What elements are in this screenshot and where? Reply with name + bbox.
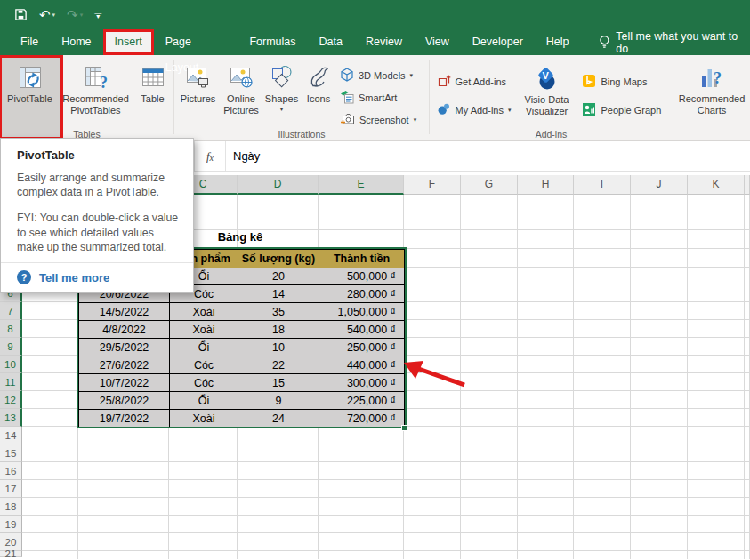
gridline (22, 479, 750, 480)
cell-E13[interactable]: 720,000 ₫ (319, 410, 405, 428)
cell-D10[interactable]: 22 (238, 356, 319, 374)
tell-me-more-link[interactable]: Tell me more (39, 271, 109, 284)
cell-E7[interactable]: 1,050,000 ₫ (319, 303, 405, 321)
tab-page-layout[interactable]: Page Layout (154, 29, 238, 55)
cell-D13[interactable]: 24 (238, 410, 319, 428)
people-graph-icon (582, 102, 596, 118)
cell-C7[interactable]: Xoài (170, 303, 238, 321)
smartart-button[interactable]: SmartArt (337, 86, 426, 108)
cell-D9[interactable]: 10 (238, 339, 319, 356)
row-header-12[interactable]: 12 (0, 391, 22, 409)
get-add-ins-button[interactable]: Get Add-ins (434, 70, 514, 92)
cell-D6[interactable]: 14 (238, 285, 319, 303)
tab-home[interactable]: Home (50, 29, 102, 55)
tab-formulas[interactable]: Formulas (238, 29, 307, 55)
cell-B8[interactable]: 4/8/2022 (79, 321, 170, 339)
column-header-d[interactable]: D (238, 175, 319, 195)
row-header-14[interactable]: 14 (0, 427, 22, 444)
recommended-pivottables-button[interactable]: ? Recommended PivotTables (60, 58, 133, 138)
cell-E9[interactable]: 250,000 ₫ (319, 339, 405, 356)
table-row: 14/5/2022Xoài351,050,000 ₫ (79, 303, 405, 321)
3d-models-button[interactable]: 3D Models ▾ (337, 64, 426, 86)
cell-C8[interactable]: Xoài (170, 321, 238, 339)
cell-E8[interactable]: 540,000 ₫ (319, 321, 405, 339)
column-header-h[interactable]: H (518, 175, 574, 195)
cell-D11[interactable]: 15 (238, 374, 319, 392)
lightbulb-icon (599, 35, 610, 50)
column-header-k[interactable]: K (688, 175, 745, 195)
customize-quick-access-toolbar-icon[interactable]: —▾ (94, 12, 101, 19)
row-header-18[interactable]: 18 (0, 498, 22, 516)
column-header-g[interactable]: G (461, 175, 518, 195)
gridline (22, 550, 750, 551)
cell-D7[interactable]: 35 (238, 303, 319, 321)
undo-icon[interactable]: ↶▾ (39, 8, 55, 21)
cell-D12[interactable]: 9 (238, 392, 319, 410)
visio-data-visualizer-button[interactable]: V Visio Data Visualizer (513, 58, 579, 138)
fill-handle[interactable] (401, 425, 407, 431)
online-pictures-button[interactable]: Online Pictures (219, 58, 263, 138)
cell-E12[interactable]: 225,000 ₫ (319, 392, 405, 410)
column-header-j[interactable]: J (631, 175, 688, 195)
cell-E5[interactable]: 500,000 ₫ (319, 268, 405, 285)
row-header-21[interactable]: 21 (0, 551, 22, 557)
cell-C9[interactable]: Ổi (170, 339, 238, 356)
row-header-7[interactable]: 7 (0, 302, 22, 320)
tab-developer[interactable]: Developer (461, 29, 535, 55)
column-header-f[interactable]: F (404, 175, 461, 195)
cell-C12[interactable]: Ổi (170, 392, 238, 410)
cell-B13[interactable]: 19/7/2022 (79, 410, 170, 428)
column-header-i[interactable]: I (574, 175, 631, 195)
tell-me-search[interactable]: Tell me what you want to do (599, 29, 750, 55)
undo-dropdown-icon[interactable]: ▾ (52, 12, 56, 18)
row-header-10[interactable]: 10 (0, 356, 22, 373)
shapes-button[interactable]: Shapes ▾ (263, 58, 300, 138)
formula-bar-value[interactable]: Ngày (233, 141, 260, 171)
cell-B7[interactable]: 14/5/2022 (79, 303, 170, 321)
row-header-8[interactable]: 8 (0, 320, 22, 338)
icons-button[interactable]: Icons (300, 58, 337, 138)
pictures-button[interactable]: Pictures (177, 58, 219, 138)
recommended-charts-button[interactable]: ? Recommended Charts (676, 58, 747, 138)
tab-review[interactable]: Review (354, 29, 414, 55)
my-add-ins-button[interactable]: My Add-ins ▾ (434, 99, 514, 121)
row-header-9[interactable]: 9 (0, 338, 22, 356)
column-header-partial[interactable] (745, 175, 750, 195)
row-header-16[interactable]: 16 (0, 462, 22, 480)
gridline (573, 195, 574, 559)
tab-help[interactable]: Help (535, 29, 581, 55)
gridline (517, 195, 518, 559)
save-icon[interactable] (14, 8, 28, 21)
cell-B10[interactable]: 27/6/2022 (79, 356, 170, 374)
cell-E11[interactable]: 300,000 ₫ (319, 374, 405, 392)
excel-window: ↶▾ ↷▾ —▾ FileHomeInsertPage LayoutFormul… (0, 0, 750, 560)
cell-D5[interactable]: 20 (238, 268, 319, 285)
row-header-11[interactable]: 11 (0, 373, 22, 391)
insert-function-icon[interactable]: fx (194, 141, 226, 171)
row-header-19[interactable]: 19 (0, 516, 22, 533)
cell-B11[interactable]: 10/7/2022 (79, 374, 170, 392)
cell-C11[interactable]: Cóc (170, 374, 238, 392)
row-header-15[interactable]: 15 (0, 444, 22, 462)
people-graph-button[interactable]: People Graph (579, 99, 668, 121)
cell-E4[interactable]: Thành tiền (319, 250, 405, 268)
cell-D4[interactable]: Số lượng (kg) (238, 250, 319, 268)
tab-view[interactable]: View (414, 29, 461, 55)
screenshot-button[interactable]: Screenshot ▾ (337, 108, 426, 131)
cell-C10[interactable]: Cóc (170, 356, 238, 374)
cell-D8[interactable]: 18 (238, 321, 319, 339)
cell-B12[interactable]: 25/8/2022 (79, 392, 170, 410)
column-header-e[interactable]: E (319, 175, 404, 195)
cell-E6[interactable]: 280,000 ₫ (319, 285, 405, 303)
row-header-13[interactable]: 13 (0, 409, 22, 427)
cell-E10[interactable]: 440,000 ₫ (319, 356, 405, 374)
table-button[interactable]: Table (133, 58, 173, 138)
cell-B9[interactable]: 29/5/2022 (79, 339, 170, 356)
tab-insert[interactable]: Insert (103, 29, 154, 55)
tab-file[interactable]: File (9, 29, 50, 55)
row-header-17[interactable]: 17 (0, 480, 22, 498)
pivottable-button[interactable]: PivotTable (1, 58, 60, 138)
bing-maps-button[interactable]: Bing Maps (579, 70, 668, 92)
tab-data[interactable]: Data (308, 29, 354, 55)
cell-C13[interactable]: Xoài (170, 410, 238, 428)
